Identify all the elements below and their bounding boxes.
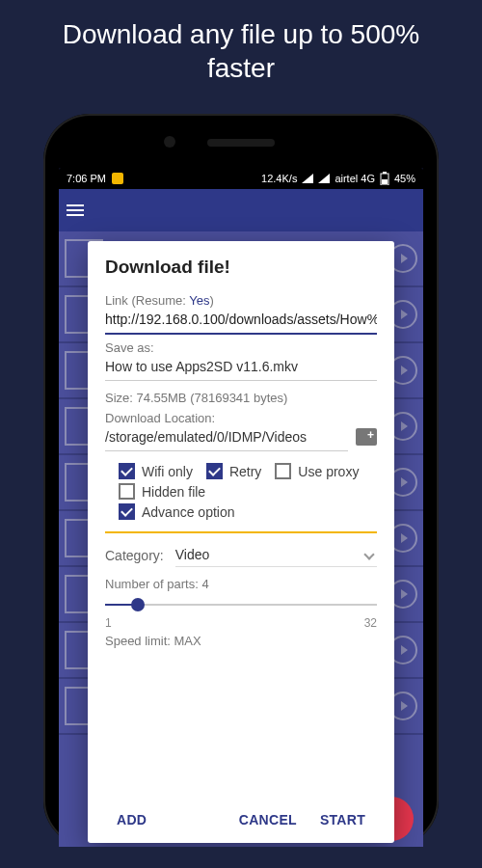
signal-icon [302,174,313,183]
status-netspeed: 12.4K/s [261,173,297,184]
wifi-only-checkbox[interactable]: Wifi only [119,463,193,479]
browse-folder-icon[interactable] [356,428,377,446]
signal-icon-2 [318,174,330,183]
svg-rect-3 [382,179,388,184]
cancel-button[interactable]: CANCEL [228,804,308,835]
hidden-file-checkbox[interactable]: Hidden file [119,483,377,500]
options-checkboxes: Wifi only Retry Use proxy Hidden file Ad… [105,463,377,520]
menu-icon[interactable] [67,204,84,216]
slider-thumb[interactable] [131,598,145,611]
status-time: 7:06 PM [67,173,106,184]
parts-min: 1 [105,616,112,630]
checkbox-icon [119,463,135,479]
promo-headline: Download any file up to 500% faster [0,0,482,95]
checkbox-icon [206,463,223,479]
app-bar [59,189,423,231]
parts-label: Number of parts: 4 [105,577,377,591]
phone-frame: 7:06 PM 12.4K/s airtel 4G 45% [43,114,439,847]
checkbox-icon [119,503,135,520]
status-carrier: airtel 4G [335,173,375,184]
screen: 7:06 PM 12.4K/s airtel 4G 45% [59,168,423,847]
location-label: Download Location: [105,411,377,425]
dialog-title: Download file! [105,257,377,278]
save-as-label: Save as: [105,340,377,355]
speed-limit-label: Speed limit: MAX [105,634,377,648]
battery-icon [380,172,389,185]
dialog-actions: ADD CANCEL START [105,795,377,835]
category-dropdown[interactable]: Video [175,543,377,567]
section-divider [105,531,377,533]
checkbox-icon [119,483,135,500]
svg-rect-0 [112,173,123,184]
start-button[interactable]: START [308,804,377,835]
download-dialog: Download file! Link (Resume: Yes) http:/… [88,241,394,843]
status-battery-pct: 45% [394,173,415,184]
checkbox-icon [275,463,291,479]
link-input[interactable]: http://192.168.0.100/downloads/assets/Ho… [105,308,377,335]
svg-rect-2 [383,172,387,174]
notification-icon [112,173,123,184]
add-button[interactable]: ADD [105,804,158,835]
location-input[interactable]: /storage/emulated/0/IDMP/Videos [105,425,348,451]
parts-max: 32 [364,616,377,630]
chevron-down-icon [363,549,374,559]
parts-slider[interactable] [105,595,377,614]
status-bar: 7:06 PM 12.4K/s airtel 4G 45% [59,168,423,189]
advance-option-checkbox[interactable]: Advance option [119,503,377,520]
retry-checkbox[interactable]: Retry [206,463,261,479]
use-proxy-checkbox[interactable]: Use proxy [275,463,359,479]
save-as-input[interactable]: How to use Apps2SD v11.6.mkv [105,355,377,381]
size-text: Size: 74.55MB (78169341 bytes) [105,391,377,405]
category-label: Category: [105,548,164,563]
link-label: Link (Resume: Yes) [105,293,377,308]
